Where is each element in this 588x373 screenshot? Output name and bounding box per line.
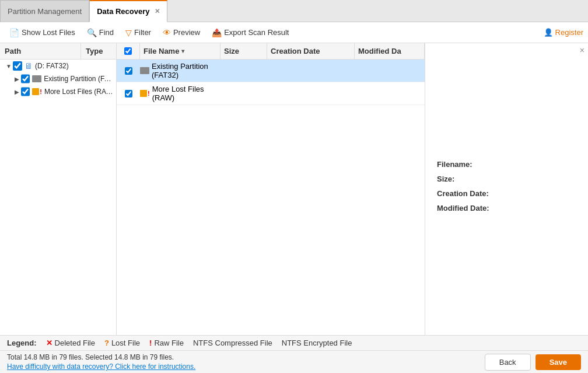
legend-label: Legend: bbox=[7, 339, 37, 347]
tab-partition-management-label: Partition Management bbox=[8, 7, 82, 16]
main-area: Path Type ▼ 🖥 (D: FAT32) ▶ Existing Part bbox=[0, 43, 588, 335]
register-icon: 👤 bbox=[544, 28, 553, 37]
legend-ntfs-encrypted: NTFS Encrypted File bbox=[282, 339, 352, 347]
legend-deleted: ✕ Deleted File bbox=[46, 339, 95, 347]
file-row-existing-checkbox[interactable] bbox=[125, 67, 132, 75]
file-row-raw-check-cell bbox=[117, 90, 140, 97]
preview-creation-label: Creation Date: bbox=[437, 189, 489, 198]
status-buttons: Back Save bbox=[485, 354, 581, 371]
tree-item-existing-label: Existing Partition (FA... bbox=[44, 75, 114, 83]
filter-label: Filter bbox=[134, 28, 151, 37]
deleted-icon: ✕ bbox=[46, 339, 52, 347]
tree-header-type: Type bbox=[81, 43, 116, 59]
tree-panel: Path Type ▼ 🖥 (D: FAT32) ▶ Existing Part bbox=[0, 43, 117, 335]
ntfs-encrypted-label: NTFS Encrypted File bbox=[282, 339, 352, 347]
file-header-modified: Modified Da bbox=[355, 43, 425, 59]
file-panel: File Name ▾ Size Creation Date Modified … bbox=[117, 43, 425, 335]
preview-modified-field: Modified Date: bbox=[437, 204, 489, 212]
raw-exclamation-icon: ! bbox=[40, 88, 42, 95]
tree-item-d-fat32-label: (D: FAT32) bbox=[35, 62, 69, 70]
raw-icon-box bbox=[32, 88, 39, 95]
preview-button[interactable]: 👁 Preview bbox=[158, 26, 205, 40]
file-header-size: Size bbox=[220, 43, 267, 59]
file-list-body: Existing Partition (FAT32) ! More Lost F… bbox=[117, 60, 425, 335]
tab-partition-management[interactable]: Partition Management bbox=[0, 0, 89, 22]
preview-content: Filename: Size: Creation Date: Modified … bbox=[425, 43, 588, 335]
file-row-existing-name: Existing Partition (FAT32) bbox=[152, 62, 220, 79]
find-icon: 🔍 bbox=[87, 28, 97, 37]
expand-icon-existing[interactable]: ▶ bbox=[13, 76, 21, 82]
tree-body: ▼ 🖥 (D: FAT32) ▶ Existing Partition (FA.… bbox=[0, 60, 116, 335]
file-row-more-lost-files[interactable]: ! More Lost Files (RAW) bbox=[117, 82, 425, 105]
file-row-existing-partition[interactable]: Existing Partition (FAT32) bbox=[117, 60, 425, 82]
tree-header-path: Path bbox=[0, 43, 81, 59]
tree-item-raw-label: More Lost Files (RAW) bbox=[44, 88, 114, 96]
file-row-raw-checkbox[interactable] bbox=[125, 90, 132, 97]
drive-icon: 🖥 bbox=[24, 61, 33, 71]
ntfs-compressed-label: NTFS Compressed File bbox=[193, 339, 272, 347]
preview-size-label: Size: bbox=[437, 175, 454, 183]
filter-button[interactable]: ▽ Filter bbox=[121, 26, 156, 40]
tree-item-existing-partition[interactable]: ▶ Existing Partition (FA... bbox=[0, 72, 116, 85]
status-total-text: Total 14.8 MB in 79 files. Selected 14.8… bbox=[7, 353, 195, 361]
legend-raw-label: Raw File bbox=[154, 339, 184, 347]
tree-checkbox-raw[interactable] bbox=[21, 87, 30, 96]
legend-lost: ? Lost File bbox=[104, 339, 140, 347]
legend-ntfs-compressed: NTFS Compressed File bbox=[193, 339, 272, 347]
preview-modified-label: Modified Date: bbox=[437, 204, 489, 212]
expand-icon-raw[interactable]: ▶ bbox=[13, 89, 21, 95]
tab-close-icon[interactable]: ✕ bbox=[155, 8, 160, 15]
find-button[interactable]: 🔍 Find bbox=[82, 26, 118, 40]
show-lost-files-icon: 📄 bbox=[9, 28, 19, 37]
tree-checkbox-existing[interactable] bbox=[21, 74, 30, 83]
bottom-bar: Legend: ✕ Deleted File ? Lost File ! Raw… bbox=[0, 335, 588, 373]
legend-deleted-label: Deleted File bbox=[55, 339, 95, 347]
collapse-icon[interactable]: ▼ bbox=[5, 63, 13, 69]
export-scan-result-button[interactable]: 📤 Export Scan Result bbox=[207, 26, 293, 40]
preview-icon: 👁 bbox=[163, 28, 171, 37]
raw-icon: ! bbox=[32, 88, 42, 95]
file-row-raw-name-cell: ! More Lost Files (RAW) bbox=[140, 85, 220, 102]
tab-data-recovery-label: Data Recovery bbox=[97, 7, 149, 16]
register-button[interactable]: 👤 Register bbox=[544, 28, 583, 37]
status-left: Total 14.8 MB in 79 files. Selected 14.8… bbox=[7, 353, 195, 371]
status-bar: Total 14.8 MB in 79 files. Selected 14.8… bbox=[0, 351, 588, 373]
show-lost-files-button[interactable]: 📄 Show Lost Files bbox=[5, 26, 80, 40]
lost-icon: ? bbox=[104, 339, 109, 347]
file-header-checkbox[interactable] bbox=[124, 47, 132, 55]
show-lost-files-label: Show Lost Files bbox=[22, 28, 75, 37]
tree-item-d-fat32[interactable]: ▼ 🖥 (D: FAT32) bbox=[0, 60, 116, 72]
tree-item-more-lost-files[interactable]: ▶ ! More Lost Files (RAW) bbox=[0, 85, 116, 98]
tab-data-recovery[interactable]: Data Recovery ✕ bbox=[89, 0, 167, 22]
preview-filename-field: Filename: bbox=[437, 160, 473, 169]
preview-label: Preview bbox=[173, 28, 200, 37]
tab-bar: Partition Management Data Recovery ✕ bbox=[0, 0, 588, 22]
export-label: Export Scan Result bbox=[224, 28, 289, 37]
file-header-creation: Creation Date bbox=[267, 43, 355, 59]
tree-checkbox-d-fat32[interactable] bbox=[13, 61, 22, 71]
help-link[interactable]: Have difficulty with data recovery? Clic… bbox=[7, 362, 195, 371]
file-row-raw-name: More Lost Files (RAW) bbox=[152, 85, 220, 102]
partition-icon bbox=[32, 75, 41, 82]
back-button[interactable]: Back bbox=[485, 354, 531, 371]
filter-icon: ▽ bbox=[125, 28, 132, 37]
legend-bar: Legend: ✕ Deleted File ? Lost File ! Raw… bbox=[0, 336, 588, 351]
register-label: Register bbox=[555, 28, 583, 37]
preview-filename-label: Filename: bbox=[437, 160, 473, 169]
export-icon: 📤 bbox=[212, 28, 222, 37]
file-list-header: File Name ▾ Size Creation Date Modified … bbox=[117, 43, 425, 60]
sort-arrow-icon: ▾ bbox=[181, 48, 184, 54]
file-row-existing-check-cell bbox=[117, 67, 140, 75]
file-header-checkbox-cell bbox=[117, 43, 140, 59]
preview-panel: × Filename: Size: Creation Date: Modifie… bbox=[425, 43, 588, 335]
tree-header: Path Type bbox=[0, 43, 116, 60]
file-header-name: File Name ▾ bbox=[140, 43, 220, 59]
legend-raw: ! Raw File bbox=[149, 339, 184, 347]
preview-size-field: Size: bbox=[437, 175, 454, 183]
file-row-existing-name-cell: Existing Partition (FAT32) bbox=[140, 62, 220, 79]
find-label: Find bbox=[99, 28, 114, 37]
save-button[interactable]: Save bbox=[536, 354, 581, 370]
preview-close-button[interactable]: × bbox=[580, 46, 584, 55]
file-row-existing-partition-icon bbox=[140, 67, 149, 74]
toolbar: 📄 Show Lost Files 🔍 Find ▽ Filter 👁 Prev… bbox=[0, 22, 588, 43]
